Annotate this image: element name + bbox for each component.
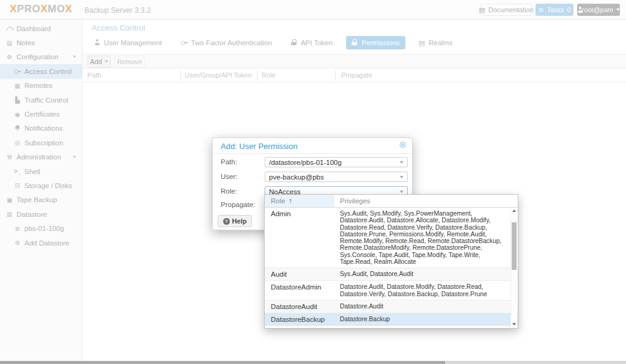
close-icon[interactable]: ⊗ [399,140,407,150]
dropdown-header-row: Role ↑ Privileges [265,195,518,208]
sidebar-item-certificates[interactable]: ◉Certificates [0,107,82,121]
help-button[interactable]: ? Help [218,215,252,227]
tab-api-token[interactable]: API Token [285,36,338,49]
sidebar-item-dashboard[interactable]: Dashboard [0,21,82,35]
dropdown-header-privileges[interactable]: Privileges [334,195,518,207]
column-divider [335,70,336,81]
column-header-role[interactable]: Role [262,71,276,79]
tab-user-management[interactable]: User Management [89,36,168,49]
datastore-icon: ▥ [5,211,14,217]
role-option-admin[interactable]: Admin Sys.Audit, Sys.Modify, Sys.PowerMa… [265,208,518,268]
sidebar-item-access-control[interactable]: Access Control [0,64,82,78]
chevron-down-icon [105,60,108,63]
remove-button[interactable]: Remove [114,56,145,68]
chevron-down-icon[interactable] [400,191,403,193]
pbs-app-window: XPROXMOX Backup Server 3.3.2 ▤ Documenta… [0,0,626,364]
dropdown-scrollbar[interactable] [510,208,517,327]
task-list-icon: ≡ [538,6,543,14]
sidebar-item-traffic-control[interactable]: ▙Traffic Control [0,93,82,107]
key-icon [13,68,22,74]
add-button[interactable]: Add [87,56,111,68]
sidebar-item-storage-disks[interactable]: ⊟Storage / Disks [0,178,82,192]
permissions-grid-header: Path User/Group/API Token Role Propagate [83,68,626,82]
tab-bar: User Management Two Factor Authenticatio… [89,36,458,49]
sidebar-nav: Dashboard ▤Notes ⚙Configuration Access C… [0,20,83,361]
unlock-icon [352,39,358,46]
collapse-chevron-icon[interactable] [73,56,76,58]
sidebar-item-shell[interactable]: >_Shell [0,164,82,178]
scroll-down-icon[interactable] [512,323,516,326]
sidebar-item-datastore[interactable]: ▥Datastore [0,207,82,221]
path-combobox[interactable]: /datastore/pbs-01-100g [265,157,408,167]
role-option-datastorebackup[interactable]: DatastoreBackup Datastore.Backup [265,313,518,326]
sidebar-item-remotes[interactable]: ▦Remotes [0,79,82,93]
lifering-icon: ◎ [13,139,22,146]
tape-icon: ▣ [5,197,14,203]
gears-icon: ⚙ [5,54,14,60]
column-header-propagate[interactable]: Propagate [341,71,372,79]
remotes-icon: ▦ [13,82,22,89]
address-book-icon: ▤ [419,39,425,47]
collapse-chevron-icon[interactable] [73,156,76,158]
role-option-datastorepoweruser[interactable]: DatastorePowerUser Datastore.Backup, Dat… [265,326,518,329]
sort-ascending-icon: ↑ [288,198,293,205]
role-option-datastoreaudit[interactable]: DatastoreAudit Datastore.Audit [265,300,518,313]
book-icon: ▤ [479,6,485,14]
chevron-down-icon[interactable] [400,161,403,164]
dialog-header[interactable]: Add: User Permission ⊗ [213,138,412,154]
chevron-down-icon[interactable] [400,176,403,178]
sidebar-item-configuration[interactable]: ⚙Configuration [0,50,82,64]
user-field-label: User: [221,173,237,180]
column-header-user-group-api-token[interactable]: User/Group/API Token [185,71,252,79]
terminal-icon: >_ [13,168,22,175]
notes-icon: ▤ [5,40,14,46]
grid-toolbar: Add Remove [83,54,626,68]
sidebar-item-notes[interactable]: ▤Notes [0,35,82,49]
dropdown-header-role[interactable]: Role ↑ [265,195,334,207]
tasks-button[interactable]: ≡ Tasks 0 [536,4,573,16]
sidebar-item-pbs-01-100g[interactable]: ≣pbs-01-100g [0,221,82,235]
page-title: Access Control [92,23,145,32]
unlock-icon [291,39,297,46]
disks-icon: ⊟ [13,182,22,189]
column-divider [180,70,181,81]
top-bar: XPROXMOX Backup Server 3.3.2 ▤ Documenta… [0,0,626,20]
role-option-audit[interactable]: Audit Sys.Audit, Datastore.Audit [265,268,518,281]
proxmox-logo: XPROXMOX [10,3,72,15]
sidebar-item-add-datastore[interactable]: ⊕Add Datastore [0,236,82,250]
app-version-subtitle: Backup Server 3.3.2 [84,6,151,15]
tab-realms[interactable]: ▤Realms [413,36,458,49]
sidebar-item-notifications[interactable]: Notifications [0,122,82,136]
role-dropdown-list: Role ↑ Privileges Admin Sys.Audit, Sys.M… [264,194,518,329]
sidebar-item-subscription[interactable]: ◎Subscription [0,136,82,150]
certificate-icon: ◉ [13,111,22,118]
question-circle-icon: ? [223,218,230,225]
user-icon [94,39,100,46]
scrollbar-thumb[interactable] [512,222,517,270]
plus-circle-icon: ⊕ [13,239,22,246]
database-icon: ≣ [13,225,22,232]
column-divider [257,70,257,81]
user-combobox[interactable]: pve-backup@pbs [265,172,408,182]
tab-two-factor-authentication[interactable]: Two Factor Authentication [175,36,278,49]
role-field-label: Role: [221,187,237,195]
bottom-scrollbar[interactable] [0,361,445,364]
key-icon [181,39,188,46]
scroll-up-icon[interactable] [512,209,516,212]
bottom-scrollbar-track [445,361,626,364]
traffic-chart-icon: ▙ [13,96,22,103]
tools-icon: ⚒ [5,154,14,161]
propagate-field-label: Propagate: [221,201,255,208]
sidebar-item-tape-backup[interactable]: ▣Tape Backup [0,193,82,207]
user-menu-button[interactable]: root@pam [577,4,620,16]
user-icon [577,7,578,13]
sidebar-item-administration[interactable]: ⚒Administration [0,150,82,164]
documentation-button[interactable]: ▤ Documentation [481,4,532,16]
role-option-datastoreadmin[interactable]: DatastoreAdmin Datastore.Audit, Datastor… [265,281,518,300]
dashboard-icon [5,26,14,31]
logo-x-mark: X [10,3,17,15]
dialog-title: Add: User Permission [221,142,298,151]
column-header-path[interactable]: Path [87,71,101,79]
tab-permissions[interactable]: Permissions [346,36,405,49]
chevron-down-icon [616,9,620,11]
